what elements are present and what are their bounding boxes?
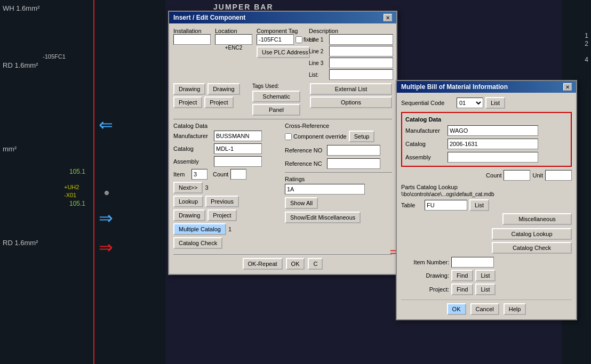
line2-input[interactable] xyxy=(329,46,393,56)
dialog-title-bar: Insert / Edit Component ✕ xyxy=(169,12,396,23)
mbom-title-bar: Multiple Bill of Material Information ✕ xyxy=(397,81,576,93)
next-btn[interactable]: Next>> xyxy=(173,182,203,193)
table-list-btn[interactable]: List xyxy=(469,199,489,211)
external-list-btn[interactable]: External List xyxy=(310,83,392,95)
ratings-label: Ratings xyxy=(285,176,392,182)
item-input[interactable] xyxy=(191,169,207,180)
location-input[interactable] xyxy=(215,34,252,45)
drawing-btn-1[interactable]: Drawing xyxy=(173,83,205,95)
item-number-input[interactable] xyxy=(451,257,494,268)
mbom-close-btn[interactable]: ✕ xyxy=(563,83,572,91)
mbom-assembly-input[interactable] xyxy=(448,152,538,163)
setup-btn[interactable]: Setup xyxy=(349,131,375,142)
count-unit-row: Count Unit xyxy=(401,170,572,181)
miscellaneous-btn[interactable]: Miscellaneous xyxy=(502,213,572,225)
project-find-btn[interactable]: Find xyxy=(451,284,473,295)
blue-arrow-right: ⇒ xyxy=(99,209,113,227)
list-input[interactable] xyxy=(329,69,393,80)
ok-btn[interactable]: OK xyxy=(286,258,305,270)
red-arrow-right: ⇒ xyxy=(99,239,113,256)
line1-input[interactable] xyxy=(329,34,393,45)
ref-no-input[interactable] xyxy=(327,145,380,156)
cancel-btn[interactable]: C xyxy=(308,258,323,270)
use-plc-address-btn[interactable]: Use PLC Address xyxy=(257,46,310,58)
enc2-label: +ENC2 xyxy=(215,45,252,51)
drawing-btn-2[interactable]: Drawing xyxy=(207,83,239,95)
count-input-mbom[interactable] xyxy=(504,170,530,181)
assembly-label: Assembly xyxy=(173,158,212,165)
catalog-data-box-label: Catalog Data xyxy=(405,116,568,123)
assembly-input[interactable] xyxy=(214,156,262,167)
val-1051: 105.1 xyxy=(69,168,85,175)
drawing-list-btn[interactable]: List xyxy=(475,270,495,281)
lookup-btn[interactable]: Lookup xyxy=(173,196,203,207)
manufacturer-label: Manufacturer xyxy=(173,133,212,139)
catalog-input[interactable] xyxy=(214,143,262,154)
dialog-close-btn[interactable]: ✕ xyxy=(384,14,392,21)
ref-nc-input[interactable] xyxy=(327,158,380,169)
line3-input[interactable] xyxy=(329,58,393,68)
num-3: 4 xyxy=(585,56,588,63)
insert-edit-component-dialog: Insert / Edit Component ✕ Installation L… xyxy=(168,11,397,275)
table-input[interactable] xyxy=(425,200,467,211)
drawing-label-mbom: Drawing: xyxy=(401,272,449,279)
mbom-assembly-label: Assembly xyxy=(405,154,445,160)
mbom-help-btn[interactable]: Help xyxy=(504,303,526,315)
ok-repeat-btn[interactable]: OK-Repeat xyxy=(243,258,283,270)
installation-label: Installation xyxy=(173,28,216,34)
red-vertical-line xyxy=(93,0,94,364)
component-override-checkbox[interactable] xyxy=(285,133,292,140)
panel-btn[interactable]: Panel xyxy=(252,104,300,116)
divider-1 xyxy=(173,119,392,119)
schematic-btn[interactable]: Schematic xyxy=(252,91,300,102)
component-tag-label: Component Tag xyxy=(257,28,305,34)
catalog-lookup-btn[interactable]: Catalog Lookup xyxy=(492,228,572,240)
mbom-ok-btn[interactable]: OK xyxy=(447,303,466,315)
ref-nc-label: Reference NC xyxy=(285,160,325,167)
label-mm2: mm² xyxy=(3,145,17,153)
fixed-checkbox[interactable] xyxy=(296,36,302,43)
show-all-btn[interactable]: Show All xyxy=(285,197,318,209)
show-edit-misc-btn[interactable]: Show/Edit Miscellaneous xyxy=(285,212,361,223)
val-1052: 105.1 xyxy=(69,200,85,207)
catalog-check-btn-mbom[interactable]: Catalog Check xyxy=(492,242,572,254)
dialog-bottom-row: OK-Repeat OK C xyxy=(173,258,392,270)
item-number-row: Item Number: xyxy=(401,257,572,268)
unit-input-mbom[interactable] xyxy=(545,170,572,181)
label-wh: WH 1.6mm² xyxy=(3,4,39,12)
project-list-btn[interactable]: List xyxy=(475,284,495,295)
table-row-mbom: Table List xyxy=(401,199,572,211)
project-btn-1[interactable]: Project xyxy=(173,96,202,108)
list-label: List: xyxy=(309,72,328,78)
mbom-manufacturer-input[interactable] xyxy=(448,125,538,136)
count-input[interactable] xyxy=(230,169,246,180)
catalog-check-btn[interactable]: Catalog Check xyxy=(173,237,222,249)
project-btn-3[interactable]: Project xyxy=(207,209,236,221)
unit-label-mbom: Unit xyxy=(532,172,543,179)
mbom-catalog-label: Catalog xyxy=(405,141,445,147)
drawing-btn-3[interactable]: Drawing xyxy=(173,209,205,221)
parts-catalog-label: Parts Catalog Lookup xyxy=(401,184,572,190)
mbom-dialog: Multiple Bill of Material Information ✕ … xyxy=(396,80,577,320)
project-row: Project: Find List xyxy=(401,284,572,295)
drawing-find-btn[interactable]: Find xyxy=(451,270,473,281)
multiple-catalog-btn[interactable]: Multiple Catalog xyxy=(173,223,226,235)
ratings-input[interactable] xyxy=(285,184,365,195)
project-btn-2[interactable]: Project xyxy=(204,96,233,108)
val-uh2: +UH2 xyxy=(64,184,79,190)
options-btn[interactable]: Options xyxy=(310,96,392,108)
seq-dropdown[interactable]: 01 02 xyxy=(457,98,483,108)
mbom-cancel-btn[interactable]: Cancel xyxy=(470,303,499,315)
component-label: -105FC1 xyxy=(43,53,66,60)
project-label-mbom: Project: xyxy=(401,286,449,293)
location-label: Location xyxy=(215,28,258,34)
component-tag-input[interactable] xyxy=(257,34,294,45)
jumper-bar-label: JUMPER BAR xyxy=(213,3,274,11)
manufacturer-input[interactable] xyxy=(214,131,262,141)
installation-input[interactable] xyxy=(173,34,211,45)
multiple-catalog-count: 1 xyxy=(228,226,231,232)
previous-btn[interactable]: Previous xyxy=(205,196,239,207)
seq-list-btn[interactable]: List xyxy=(485,97,505,109)
mbom-title: Multiple Bill of Material Information xyxy=(401,83,508,91)
mbom-catalog-input[interactable] xyxy=(448,139,538,149)
